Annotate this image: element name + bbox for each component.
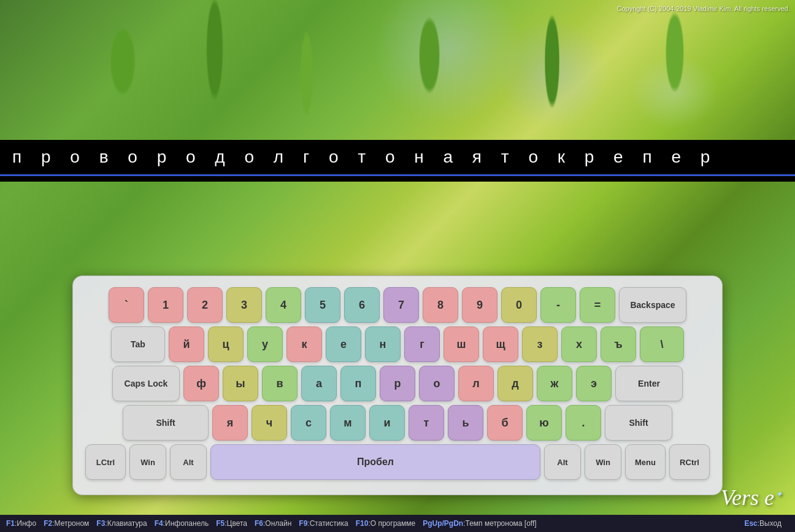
- key-backslash[interactable]: \: [640, 326, 684, 362]
- status-bar: F1:Инфо F2:Метроном F3:Клавиатура F4:Инф…: [0, 515, 795, 532]
- key-enter[interactable]: Enter: [615, 366, 683, 401]
- key-backtick[interactable]: `: [109, 287, 144, 323]
- key-ъ[interactable]: ъ: [601, 326, 636, 362]
- key-7[interactable]: 7: [383, 287, 419, 323]
- status-f6[interactable]: F6:Онлайн: [255, 519, 291, 528]
- status-f3[interactable]: F3:Клавиатура: [96, 519, 147, 528]
- status-f10[interactable]: F10:О программе: [356, 519, 415, 528]
- key-о[interactable]: о: [419, 366, 455, 401]
- key-3[interactable]: 3: [226, 287, 262, 323]
- key-я[interactable]: я: [212, 405, 248, 441]
- key-в[interactable]: в: [262, 366, 298, 401]
- key-г[interactable]: г: [404, 326, 440, 362]
- key-equals[interactable]: =: [580, 287, 615, 323]
- key-5[interactable]: 5: [305, 287, 340, 323]
- key-т[interactable]: т: [409, 405, 444, 441]
- key-ы[interactable]: ы: [223, 366, 258, 401]
- status-f5[interactable]: F5:Цвета: [216, 519, 247, 528]
- app-logo: Vers e✦: [721, 485, 783, 511]
- key-д[interactable]: д: [497, 366, 533, 401]
- key-2[interactable]: 2: [187, 287, 223, 323]
- key-right-win[interactable]: Win: [585, 444, 621, 480]
- key-4[interactable]: 4: [266, 287, 301, 323]
- key-щ[interactable]: щ: [483, 326, 518, 362]
- key-а[interactable]: а: [301, 366, 337, 401]
- key-spacebar[interactable]: Пробел: [210, 444, 540, 480]
- key-6[interactable]: 6: [344, 287, 380, 323]
- key-п[interactable]: п: [340, 366, 376, 401]
- status-f2[interactable]: F2:Метроном: [44, 519, 89, 528]
- text-display-area: п р о в о р о д о л г о т о н а я т о к …: [0, 140, 795, 182]
- key-right-ctrl[interactable]: RCtrl: [669, 444, 710, 480]
- key-row-3: Caps Lock ф ы в а п р о л д ж э Enter: [85, 366, 710, 401]
- key-left-shift[interactable]: Shift: [123, 405, 209, 441]
- key-р[interactable]: р: [380, 366, 415, 401]
- key-right-alt[interactable]: Alt: [544, 444, 581, 480]
- key-left-win[interactable]: Win: [129, 444, 166, 480]
- key-с[interactable]: с: [291, 405, 326, 441]
- key-х[interactable]: х: [561, 326, 597, 362]
- key-й[interactable]: й: [169, 326, 204, 362]
- key-left-ctrl[interactable]: LCtrl: [85, 444, 126, 480]
- key-caps-lock[interactable]: Caps Lock: [112, 366, 180, 401]
- scrolling-text: п р о в о р о д о л г о т о н а я т о к …: [12, 147, 717, 167]
- logo-star: ✦: [775, 490, 783, 499]
- key-8[interactable]: 8: [423, 287, 458, 323]
- key-н[interactable]: н: [365, 326, 401, 362]
- key-ц[interactable]: ц: [208, 326, 244, 362]
- key-ю[interactable]: ю: [526, 405, 562, 441]
- key-л[interactable]: л: [458, 366, 494, 401]
- key-row-2: Tab й ц у к е н г ш щ з х ъ \: [85, 326, 710, 362]
- key-ф[interactable]: ф: [183, 366, 219, 401]
- key-0[interactable]: 0: [501, 287, 537, 323]
- key-right-shift[interactable]: Shift: [605, 405, 672, 441]
- key-row-5: LCtrl Win Alt Пробел Alt Win Menu RCtrl: [85, 444, 710, 480]
- key-row-4: Shift я ч с м и т ь б ю . Shift: [85, 405, 710, 441]
- status-f4[interactable]: F4:Инфопанель: [155, 519, 209, 528]
- status-f9[interactable]: F9:Статистика: [299, 519, 348, 528]
- key-м[interactable]: м: [330, 405, 366, 441]
- copyright-text: Copyright (C) 2004-2019 Vladimir Kim. Al…: [617, 5, 790, 12]
- key-row-1: ` 1 2 3 4 5 6 7 8 9 0 - = Backspace: [85, 287, 710, 323]
- key-ж[interactable]: ж: [537, 366, 572, 401]
- status-pgupdn[interactable]: PgUp/PgDn:Темп метронома [off]: [423, 519, 536, 528]
- key-и[interactable]: и: [369, 405, 405, 441]
- key-э[interactable]: э: [576, 366, 612, 401]
- key-left-alt[interactable]: Alt: [170, 444, 207, 480]
- key-ч[interactable]: ч: [252, 405, 287, 441]
- status-f1[interactable]: F1:Инфо: [6, 519, 36, 528]
- key-е[interactable]: е: [326, 326, 361, 362]
- key-у[interactable]: у: [247, 326, 283, 362]
- keyboard-container: ` 1 2 3 4 5 6 7 8 9 0 - = Backspace Tab …: [72, 276, 723, 495]
- key-minus[interactable]: -: [540, 287, 576, 323]
- key-period[interactable]: .: [566, 405, 601, 441]
- cursor-bar: [0, 174, 795, 182]
- key-ь[interactable]: ь: [448, 405, 483, 441]
- key-backspace[interactable]: Backspace: [619, 287, 686, 323]
- key-menu[interactable]: Menu: [625, 444, 666, 480]
- scrolling-text-bar: п р о в о р о д о л г о т о н а я т о к …: [0, 140, 795, 174]
- key-ш[interactable]: ш: [444, 326, 479, 362]
- key-tab[interactable]: Tab: [111, 326, 165, 362]
- key-б[interactable]: б: [487, 405, 523, 441]
- key-з[interactable]: з: [522, 326, 558, 362]
- key-к[interactable]: к: [286, 326, 322, 362]
- key-1[interactable]: 1: [148, 287, 183, 323]
- key-9[interactable]: 9: [462, 287, 497, 323]
- status-esc[interactable]: Esc:Выход: [744, 519, 782, 528]
